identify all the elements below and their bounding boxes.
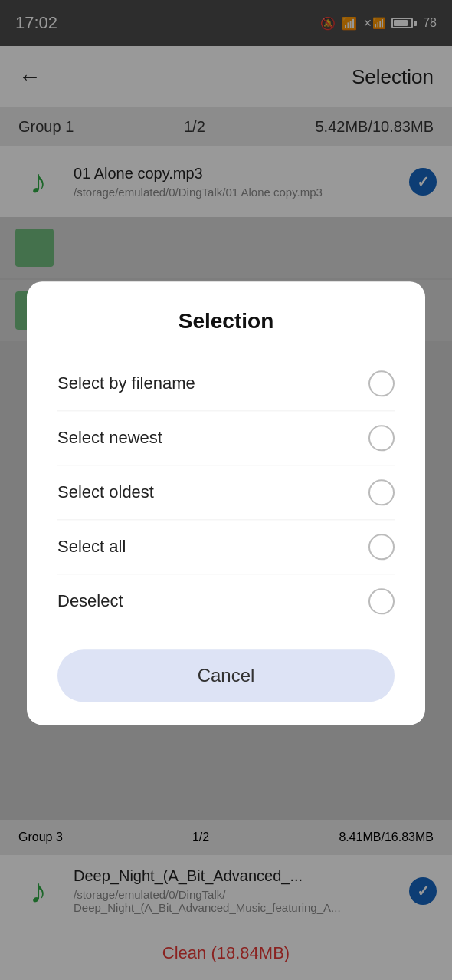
option-newest[interactable]: Select newest — [57, 410, 395, 465]
cancel-button[interactable]: Cancel — [57, 649, 395, 702]
option-newest-label: Select newest — [57, 428, 162, 448]
option-by-filename[interactable]: Select by filename — [57, 357, 395, 410]
radio-oldest — [368, 479, 395, 505]
radio-deselect — [368, 588, 395, 614]
option-by-filename-label: Select by filename — [57, 373, 195, 393]
dialog-title: Selection — [57, 309, 395, 334]
option-oldest-label: Select oldest — [57, 482, 154, 502]
selection-dialog: Selection Select by filename Select newe… — [27, 281, 425, 725]
radio-newest — [368, 425, 395, 451]
option-deselect[interactable]: Deselect — [57, 574, 395, 628]
option-deselect-label: Deselect — [57, 591, 123, 611]
radio-by-filename — [368, 370, 395, 396]
option-all[interactable]: Select all — [57, 519, 395, 574]
option-all-label: Select all — [57, 537, 126, 557]
radio-all — [368, 534, 395, 560]
option-oldest[interactable]: Select oldest — [57, 465, 395, 519]
